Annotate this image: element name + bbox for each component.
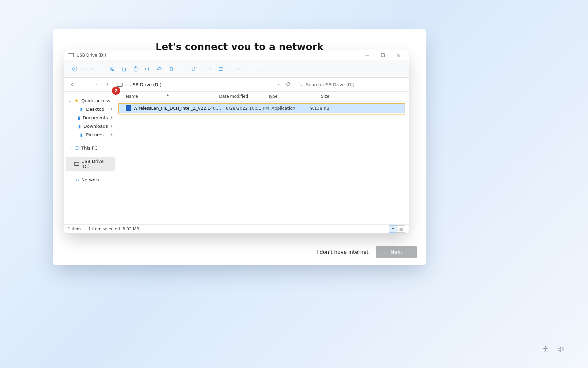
titlebar[interactable]: USB Drive (D:) [64,50,409,60]
tree-this-pc[interactable]: ›🖵This PC [66,144,115,152]
application-icon [126,105,131,111]
status-bar: 1 item 1 item selected 8.92 MB ≡ ▥ [64,224,409,233]
svg-point-0 [545,347,546,348]
drive-icon [68,53,74,57]
search-icon [298,82,303,88]
chevron-right-icon: › [68,162,72,166]
volume-icon[interactable] [557,346,564,354]
svg-point-4 [113,70,114,71]
folder-icon: ▮ [77,115,81,120]
pin-icon [110,124,113,129]
file-row[interactable]: WirelessLan_PIE_DCH_Intel_Z_V22.140.0.3_… [118,103,405,113]
view-icon [218,66,224,72]
copy-icon[interactable] [121,66,127,72]
tree-pictures[interactable]: ▮Pictures [70,131,115,139]
sort-asc-icon: ▲ [167,93,169,96]
file-size: 9,138 KB [308,106,329,111]
svg-rect-8 [146,68,149,70]
more-button[interactable]: … [256,65,264,73]
no-internet-link[interactable]: I don't have internet [316,249,369,255]
folder-icon: ▮ [78,124,81,129]
folder-icon: ▮ [79,107,84,112]
plus-circle-icon [72,66,78,72]
chevron-down-icon: ⌄ [68,99,72,103]
file-name: WirelessLan_PIE_DCH_Intel_Z_V22.140.0.3_… [133,106,226,111]
svg-point-9 [299,82,301,85]
accessibility-icon[interactable] [542,346,549,354]
file-date: 8/28/2022 10:51 PM [226,106,272,111]
sort-icon [191,66,197,72]
paste-icon[interactable] [133,66,138,72]
svg-rect-1 [381,54,385,57]
drive-icon [117,83,122,87]
svg-point-3 [110,70,112,71]
file-explorer-window: USB Drive (D:) New▾ Sort▾ [64,50,409,234]
nav-tree: ⌄ ★ Quick access ▮Desktop ▮Documents ▮Do… [64,92,116,224]
view-button[interactable]: View▾ [216,65,241,73]
chevron-down-icon[interactable] [276,81,281,88]
col-type[interactable]: Type [268,94,308,99]
col-size[interactable]: Size [308,94,333,99]
next-button[interactable]: Next [376,246,417,258]
tree-quick-access[interactable]: ⌄ ★ Quick access [66,96,115,105]
delete-icon[interactable] [168,66,174,72]
breadcrumb[interactable]: › USB Drive (D:) [114,82,274,87]
system-tray [542,346,564,354]
maximize-button[interactable] [375,50,390,60]
back-button[interactable] [68,80,77,89]
breadcrumb-segment[interactable]: USB Drive (D:) [129,82,161,87]
close-button[interactable] [391,50,406,60]
tree-documents[interactable]: ▮Documents [70,113,115,122]
chevron-right-icon: › [68,147,72,150]
pin-icon [110,115,113,120]
command-bar: New▾ Sort▾ View▾ … [64,60,409,78]
tree-network[interactable]: ›🖧Network [66,175,115,184]
pin-icon [110,132,113,137]
selected-size: 8.92 MB [122,227,139,231]
chevron-right-icon: › [68,178,72,182]
col-name[interactable]: Name [126,94,138,99]
window-title: USB Drive (D:) [77,53,106,58]
file-type: Application [272,106,308,111]
tree-desktop[interactable]: ▮Desktop [70,105,115,113]
rename-icon[interactable] [145,66,150,72]
recent-button[interactable] [91,80,100,89]
network-icon: 🖧 [74,177,79,182]
step-badge: 2 [112,87,120,95]
star-icon: ★ [74,98,79,103]
file-list: Name▲ Date modified Type Size WirelessLa… [116,92,409,224]
col-date[interactable]: Date modified [219,94,268,99]
selected-count: 1 item selected [88,227,120,231]
refresh-button[interactable] [286,81,291,88]
monitor-icon: 🖵 [74,145,79,151]
minimize-button[interactable] [360,50,375,60]
column-headers[interactable]: Name▲ Date modified Type Size [116,92,409,102]
thumbnails-view-button[interactable]: ▥ [397,225,405,233]
tree-downloads[interactable]: ▮Downloads [70,122,115,131]
forward-button[interactable] [79,80,89,89]
cut-icon[interactable] [109,66,115,72]
tree-usb-drive[interactable]: ›USB Drive (D:) [66,157,115,171]
up-button[interactable] [102,80,112,89]
drive-icon [74,162,79,166]
details-view-button[interactable]: ≡ [389,225,397,233]
item-count: 1 item [68,227,81,231]
folder-icon: ▮ [79,132,84,137]
sort-button[interactable]: Sort▾ [189,65,213,73]
search-input[interactable]: Search USB Drive (D:) [294,79,405,90]
share-icon[interactable] [157,66,162,72]
svg-rect-5 [123,68,126,71]
new-button[interactable]: New▾ [70,65,94,73]
search-placeholder: Search USB Drive (D:) [306,82,355,87]
pin-icon [110,107,113,112]
